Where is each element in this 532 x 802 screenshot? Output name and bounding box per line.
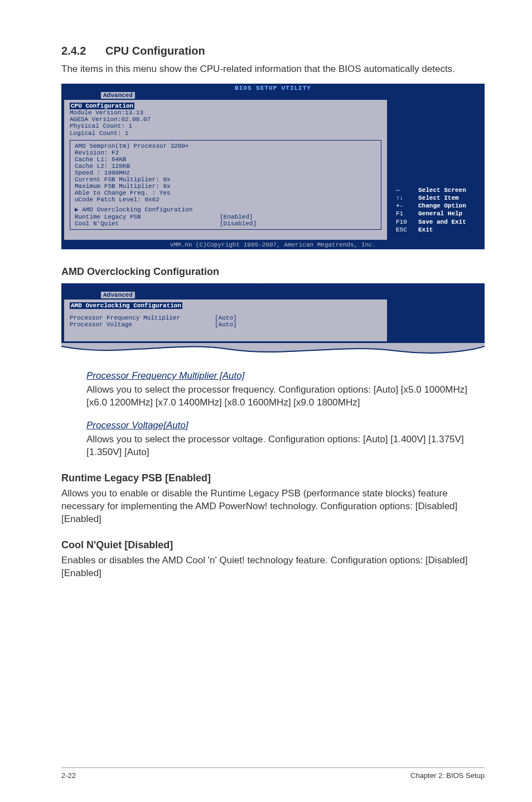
bios-help-row: F10Save and Exit: [396, 219, 475, 225]
bios-option-label: Processor Voltage: [70, 321, 215, 328]
bios-detail-line: AMD Sempron(tm) Processor 3200+: [75, 143, 376, 149]
bios-option-value: [Enabled]: [220, 214, 253, 220]
bios-detail-line: Speed : 1800MHz: [75, 170, 376, 176]
option-title: Processor Voltage[Auto]: [86, 419, 485, 432]
bios-option-label: Cool N'Quiet: [75, 220, 220, 227]
bios-detail-line: Current FSB Multiplier: 9x: [75, 176, 376, 183]
bios-cpu-details: AMD Sempron(tm) Processor 3200+ Revision…: [70, 140, 381, 230]
bios-detail-line: Revision: F2: [75, 149, 376, 156]
help-key: ESC: [396, 226, 418, 233]
bios-tab-advanced[interactable]: Advanced: [101, 92, 135, 99]
torn-edge: [61, 343, 485, 360]
help-label: General Help: [418, 210, 462, 217]
bios-detail-line: Able to Change Freq. : Yes: [75, 190, 376, 196]
bios-help-row: F1General Help: [396, 210, 475, 217]
page-footer: 2-22 Chapter 2: BIOS Setup: [61, 767, 485, 780]
help-key: +-: [396, 202, 418, 209]
help-label: Save and Exit: [418, 219, 466, 225]
bios-detail-line: Cache L2: 128KB: [75, 163, 376, 170]
chapter-label: Chapter 2: BIOS Setup: [410, 771, 485, 780]
runtime-legacy-body: Allows you to enable or disable the Runt…: [61, 487, 485, 526]
help-label: Exit: [418, 226, 433, 233]
help-label: Select Screen: [418, 187, 466, 194]
bios-option-value: [Auto]: [215, 315, 237, 321]
bios-title: BIOS SETUP UTILITY: [62, 284, 484, 292]
bios-info-line: Physical Count: 1: [70, 123, 381, 129]
bios-help-row: ↔Select Screen: [396, 187, 475, 194]
bios-tab-bar: Advanced: [62, 92, 484, 99]
bios-help-row: ESCExit: [396, 226, 475, 233]
bios-screenshot-amd: BIOS SETUP UTILITY Advanced AMD Overcloc…: [61, 283, 485, 343]
processor-voltage-block: Processor Voltage[Auto] Allows you to se…: [86, 419, 485, 459]
bios-option-row[interactable]: Processor Frequency Multiplier [Auto]: [70, 315, 377, 321]
bios-option-label: Runtime Legacy PSB: [75, 214, 220, 220]
bios-help-row: +-Change Option: [396, 202, 475, 209]
bios-copyright: vMM.nn (C)Copyright 1985-2007, American …: [62, 241, 484, 249]
bios-help-row: ↑↓Select Item: [396, 195, 475, 201]
runtime-legacy-heading: Runtime Legacy PSB [Enabled]: [61, 472, 485, 484]
bios-panel-header: CPU Configuration: [70, 103, 134, 109]
option-body: Allows you to select the processor volta…: [86, 434, 464, 457]
section-heading: 2.4.2 CPU Configuration: [61, 45, 485, 57]
bios-tab-advanced[interactable]: Advanced: [101, 292, 135, 298]
section-title: CPU Configuration: [105, 45, 205, 57]
bios-tab-bar: Advanced: [62, 292, 484, 298]
option-body: Allows you to select the processor frequ…: [86, 384, 467, 408]
bios-info-line: AGESA Version:02.08.07: [70, 116, 381, 123]
help-key: ↑↓: [396, 195, 418, 201]
cool-nquiet-body: Enables or disables the AMD Cool 'n' Qui…: [61, 554, 485, 580]
bios-option-row[interactable]: Runtime Legacy PSB [Enabled]: [75, 214, 376, 220]
bios-title: BIOS SETUP UTILITY: [62, 84, 484, 92]
bios-help-panel: ↔Select Screen ↑↓Select Item +-Change Op…: [387, 100, 482, 240]
bios-option-value: [Auto]: [215, 321, 237, 328]
bios-option-row[interactable]: ▶ AMD Overclocking Configuration: [75, 206, 376, 213]
bios-option-label: Processor Frequency Multiplier: [70, 315, 215, 321]
page-number: 2-22: [61, 771, 76, 780]
bios-panel-header: AMD Overclocking Configuration: [70, 302, 182, 309]
option-title: Processor Frequency Multiplier [Auto]: [86, 370, 485, 383]
bios-left-panel: CPU Configuration Module Version:13.13 A…: [64, 100, 387, 240]
cool-nquiet-heading: Cool N'Quiet [Disabled]: [61, 539, 485, 551]
bios-option-row[interactable]: Processor Voltage [Auto]: [70, 321, 377, 328]
bios-options-group: Processor Frequency Multiplier [Auto] Pr…: [70, 312, 381, 330]
bios-help-panel: [387, 299, 482, 341]
amd-overclocking-heading: AMD Overclocking Configuration: [61, 266, 485, 278]
help-key: ↔: [396, 187, 418, 194]
help-key: F10: [396, 219, 418, 225]
bios-option-row[interactable]: Cool N'Quiet [Disabled]: [75, 220, 376, 227]
help-key: F1: [396, 210, 418, 217]
bios-detail-line: Maximum FSB Multiplier: 9x: [75, 183, 376, 190]
bios-screenshot-main: BIOS SETUP UTILITY Advanced CPU Configur…: [61, 84, 485, 249]
help-label: Select Item: [418, 195, 459, 201]
bios-detail-line: Cache L1: 64KB: [75, 156, 376, 163]
bios-info-line: Logical Count: 1: [70, 130, 381, 137]
intro-paragraph: The items in this menu show the CPU-rela…: [61, 63, 485, 76]
bios-info-line: Module Version:13.13: [70, 109, 381, 116]
bios-option-value: [Disabled]: [220, 220, 257, 227]
bios-left-panel: AMD Overclocking Configuration Processor…: [64, 299, 387, 341]
section-number: 2.4.2: [61, 45, 86, 57]
processor-freq-block: Processor Frequency Multiplier [Auto] Al…: [86, 370, 485, 409]
bios-option-label: ▶ AMD Overclocking Configuration: [75, 206, 220, 213]
help-label: Change Option: [418, 202, 466, 209]
bios-detail-line: uCode Patch Level: 0x62: [75, 196, 376, 203]
